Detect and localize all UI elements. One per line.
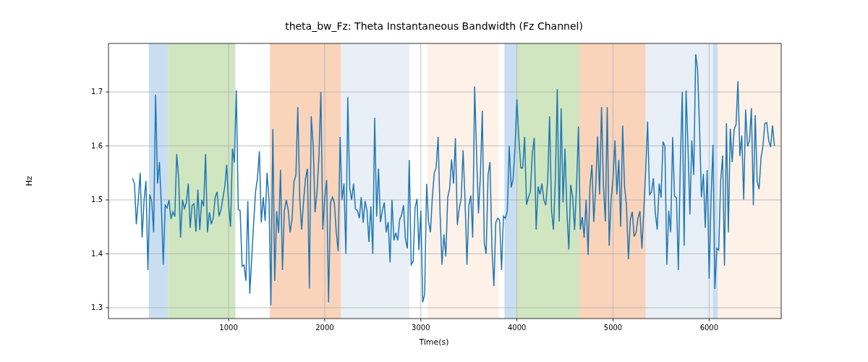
y-tick-label: 1.4 [91,250,103,258]
x-tick-label: 6000 [700,324,718,332]
chart-svg: 100020003000400050006000 1.31.41.51.61.7 [0,0,868,362]
background-band [149,43,169,319]
x-tick-label: 5000 [604,324,622,332]
x-tick-label: 3000 [412,324,430,332]
background-bands [149,43,781,319]
x-tick-label: 2000 [315,324,333,332]
background-band [341,43,409,319]
chart-container: theta_bw_Fz: Theta Instantaneous Bandwid… [0,0,868,362]
y-axis-ticks: 1.31.41.51.61.7 [91,88,109,311]
x-tick-label: 1000 [219,324,237,332]
x-tick-label: 4000 [508,324,526,332]
y-tick-label: 1.7 [91,88,103,96]
y-tick-label: 1.5 [91,195,103,203]
y-tick-label: 1.3 [91,303,103,311]
x-axis-ticks: 100020003000400050006000 [219,319,718,332]
y-tick-label: 1.6 [91,142,103,150]
